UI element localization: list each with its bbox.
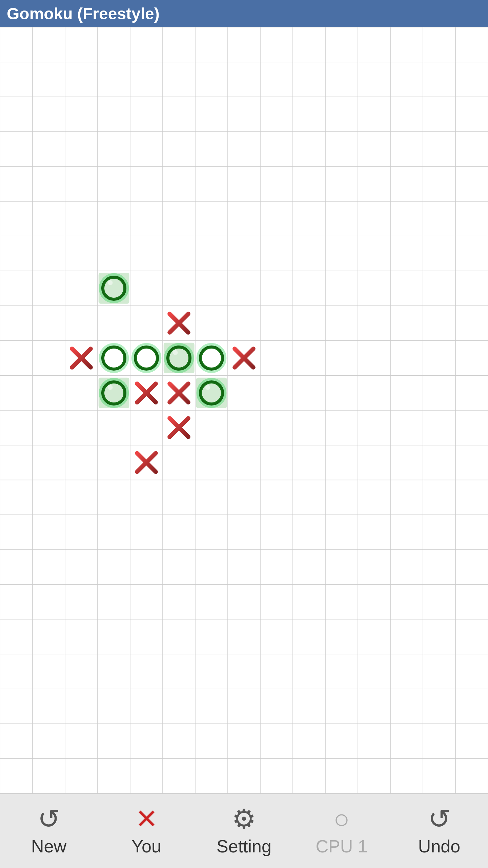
- svg-point-67: [198, 379, 225, 407]
- setting-icon: ⚙: [232, 806, 256, 833]
- piece-10: [166, 379, 192, 406]
- svg-point-55: [198, 344, 225, 372]
- piece-2: [68, 345, 95, 372]
- piece-5: [164, 343, 195, 374]
- cpu-button[interactable]: ○ CPU 1: [293, 794, 390, 868]
- svg-point-50: [135, 347, 157, 369]
- piece-12: [166, 414, 192, 441]
- svg-point-41: [108, 280, 113, 285]
- title-bar: Gomoku (Freestyle): [0, 0, 488, 27]
- piece-4: [131, 343, 162, 374]
- svg-point-57: [205, 350, 210, 355]
- svg-point-40: [103, 277, 125, 299]
- bottom-bar: ↺ New ✕ You ⚙ Setting ○ CPU 1 ↺ Undo: [0, 793, 488, 868]
- setting-button[interactable]: ⚙ Setting: [195, 794, 293, 868]
- piece-9: [133, 379, 160, 406]
- grid: [0, 27, 488, 793]
- cpu-label: CPU 1: [316, 836, 367, 856]
- svg-point-62: [108, 385, 113, 390]
- new-button[interactable]: ↺ New: [0, 794, 98, 868]
- new-label: New: [31, 836, 66, 856]
- svg-point-56: [200, 347, 222, 369]
- svg-point-39: [100, 275, 127, 302]
- piece-6: [196, 343, 227, 374]
- piece-0: [99, 273, 129, 304]
- svg-point-61: [103, 382, 125, 404]
- piece-3: [99, 343, 129, 374]
- svg-point-53: [168, 347, 190, 369]
- svg-point-52: [165, 344, 192, 372]
- piece-8: [99, 377, 129, 408]
- undo-label: Undo: [418, 836, 460, 856]
- piece-7: [231, 345, 258, 372]
- you-label: You: [131, 836, 161, 856]
- you-button[interactable]: ✕ You: [98, 794, 195, 868]
- svg-point-46: [100, 344, 127, 372]
- svg-point-60: [100, 379, 127, 407]
- app-title: Gomoku (Freestyle): [7, 4, 160, 23]
- setting-label: Setting: [217, 836, 271, 856]
- svg-point-69: [205, 385, 210, 390]
- you-icon: ✕: [135, 806, 158, 833]
- game-board[interactable]: [0, 27, 488, 793]
- svg-point-68: [200, 382, 222, 404]
- undo-icon: ↺: [428, 806, 451, 833]
- new-icon: ↺: [38, 806, 60, 833]
- svg-point-49: [133, 344, 160, 372]
- piece-13: [133, 449, 160, 476]
- cpu-icon: ○: [333, 806, 350, 833]
- piece-1: [166, 310, 192, 337]
- svg-point-48: [108, 350, 113, 355]
- svg-point-47: [103, 347, 125, 369]
- svg-point-54: [173, 350, 178, 355]
- svg-point-51: [140, 350, 145, 355]
- piece-11: [196, 377, 227, 408]
- undo-button[interactable]: ↺ Undo: [390, 794, 488, 868]
